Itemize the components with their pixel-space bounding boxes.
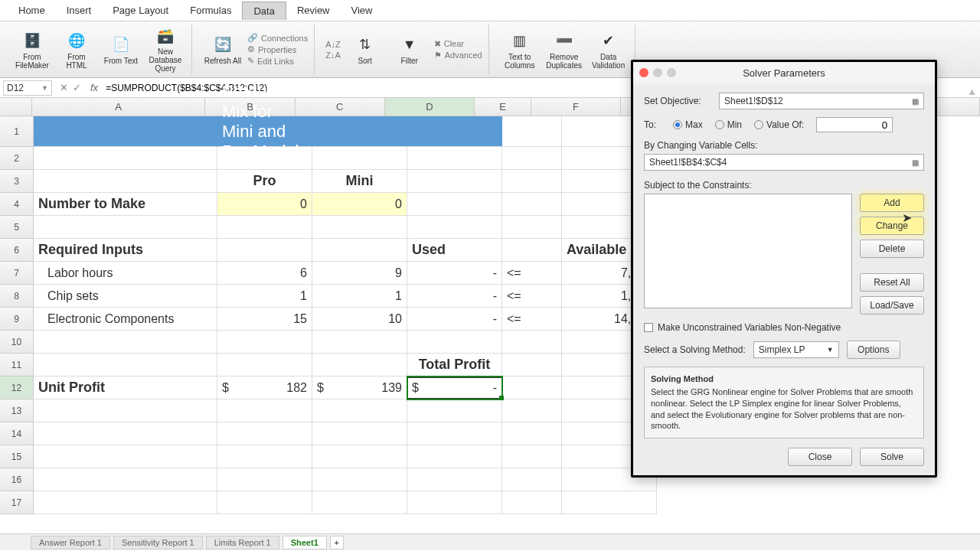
cell[interactable] [407, 422, 502, 445]
sheet-tab[interactable]: Limits Report 1 [206, 536, 279, 549]
from-filemaker-button[interactable]: 🗄️From FileMaker [12, 27, 52, 73]
row-header[interactable]: 10 [0, 331, 34, 354]
active-cell[interactable]: $ - [407, 377, 502, 399]
remove-duplicates-button[interactable]: ➖Remove Duplicates [544, 27, 584, 73]
cell[interactable] [34, 491, 217, 514]
cell[interactable] [217, 445, 312, 468]
col-header-c[interactable]: C [296, 98, 385, 116]
cell[interactable] [407, 216, 502, 239]
cell[interactable]: Unit Profit [34, 377, 217, 399]
cell[interactable]: 15 [217, 308, 312, 331]
edit-links-button[interactable]: ✎Edit Links [247, 56, 308, 66]
cell[interactable] [502, 422, 562, 445]
cell[interactable] [312, 354, 407, 377]
row-header[interactable]: 5 [0, 216, 34, 239]
cell[interactable] [34, 445, 217, 468]
row-header[interactable]: 13 [0, 399, 34, 422]
tab-home[interactable]: Home [8, 2, 56, 19]
cell[interactable]: Chip sets [34, 285, 217, 308]
row-header[interactable]: 14 [0, 422, 34, 445]
sort-button[interactable]: ⇅Sort [345, 27, 385, 73]
delete-constraint-button[interactable]: Delete [860, 240, 924, 258]
dialog-titlebar[interactable]: Solver Parameters [633, 62, 935, 83]
cell[interactable] [407, 147, 502, 170]
cell[interactable] [502, 239, 562, 262]
cell[interactable]: Mini [312, 170, 407, 193]
cell[interactable] [407, 468, 502, 491]
objective-input[interactable]: Sheet1!$D$12▦ [719, 93, 924, 109]
cell[interactable] [217, 147, 312, 170]
cell[interactable] [217, 354, 312, 377]
cell[interactable] [407, 445, 502, 468]
row-header[interactable]: 1 [0, 116, 34, 147]
row-header[interactable]: 3 [0, 170, 34, 193]
advanced-button[interactable]: ⚑Advanced [434, 51, 482, 60]
scroll-up-icon[interactable]: ▲ [967, 86, 977, 97]
row-header[interactable]: 12 [0, 377, 34, 399]
row-header[interactable]: 11 [0, 354, 34, 377]
row-header[interactable]: 8 [0, 285, 34, 308]
row-header[interactable]: 15 [0, 445, 34, 468]
row-header[interactable]: 16 [0, 468, 34, 491]
cell[interactable]: 0 [217, 193, 312, 216]
row-header[interactable]: 17 [0, 491, 34, 514]
text-to-columns-button[interactable]: ▥Text to Columns [500, 27, 540, 73]
cell[interactable] [312, 239, 407, 262]
cell[interactable]: Required Inputs [34, 239, 217, 262]
cell[interactable] [34, 468, 217, 491]
range-picker-icon[interactable]: ▦ [912, 97, 919, 106]
cell[interactable] [34, 170, 217, 193]
changing-cells-input[interactable]: Sheet1!$B$4:$C$4▦ [644, 154, 924, 171]
cell[interactable] [502, 445, 562, 468]
cell[interactable]: <= [502, 308, 562, 331]
cell[interactable]: - [407, 308, 502, 331]
cell[interactable]: $139 [312, 377, 407, 399]
from-text-button[interactable]: 📄From Text [101, 27, 141, 73]
cell[interactable]: Total Profit [407, 354, 502, 377]
sheet-tab[interactable]: Answer Report 1 [31, 536, 110, 549]
cell[interactable] [312, 216, 407, 239]
cell[interactable]: 1 [217, 285, 312, 308]
cell[interactable] [217, 399, 312, 422]
cell[interactable]: 1 [312, 285, 407, 308]
cell[interactable] [407, 399, 502, 422]
filter-button[interactable]: ▼Filter [390, 27, 430, 73]
cell[interactable] [217, 468, 312, 491]
cell[interactable] [34, 216, 217, 239]
value-of-input[interactable] [816, 117, 893, 132]
cell[interactable] [562, 491, 657, 514]
cell[interactable]: 10 [312, 308, 407, 331]
cell[interactable] [502, 170, 562, 193]
name-box[interactable]: D12▼ [3, 80, 52, 96]
cell[interactable] [312, 147, 407, 170]
solve-button[interactable]: Solve [860, 448, 924, 466]
nonneg-checkbox[interactable] [644, 323, 653, 332]
close-button[interactable]: Close [788, 448, 852, 466]
row-header[interactable]: 9 [0, 308, 34, 331]
cell[interactable] [502, 116, 562, 147]
from-html-button[interactable]: 🌐From HTML [57, 27, 96, 73]
cell[interactable] [34, 116, 217, 147]
properties-button[interactable]: ⚙Properties [247, 44, 308, 54]
cell[interactable] [502, 491, 562, 514]
cell[interactable]: Used [407, 239, 502, 262]
cell[interactable] [502, 193, 562, 216]
cell[interactable] [217, 491, 312, 514]
cell[interactable]: 9 [312, 262, 407, 285]
cell[interactable] [34, 399, 217, 422]
data-validation-button[interactable]: ✔Data Validation [589, 27, 629, 73]
connections-button[interactable]: 🔗Connections [247, 33, 308, 43]
cell[interactable] [312, 491, 407, 514]
refresh-all-button[interactable]: 🔄Refresh All [203, 27, 243, 73]
cell[interactable] [34, 331, 217, 354]
select-all-corner[interactable] [0, 98, 32, 116]
tab-data[interactable]: Data [242, 2, 286, 20]
col-header-f[interactable]: F [531, 98, 621, 116]
cell[interactable] [502, 331, 562, 354]
cell[interactable]: Number to Make [34, 193, 217, 216]
tab-view[interactable]: View [341, 2, 384, 19]
cancel-formula-icon[interactable]: ✕ [60, 82, 68, 93]
cell[interactable] [407, 193, 502, 216]
cell[interactable] [502, 147, 562, 170]
cell[interactable]: Pro [217, 170, 312, 193]
